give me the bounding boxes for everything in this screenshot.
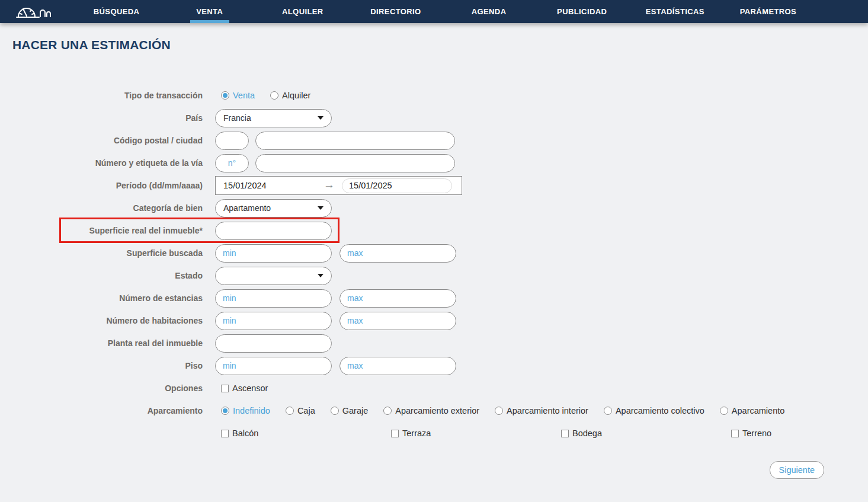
transaction-type-label: Tipo de transacción xyxy=(0,91,203,100)
period-range-box: → xyxy=(215,176,462,195)
bedrooms-max-input[interactable] xyxy=(339,312,456,330)
nav-label: DIRECTORIO xyxy=(370,7,421,16)
country-select[interactable]: Francia xyxy=(215,109,332,127)
nav-label: ALQUILER xyxy=(282,7,324,16)
row-country: País Francia xyxy=(0,108,868,127)
row-rooms: Número de estancias xyxy=(0,289,868,308)
checkbox-terreno[interactable]: Terreno xyxy=(731,429,868,438)
row-real-floor: Planta real del inmueble xyxy=(0,334,868,353)
period-from-input[interactable] xyxy=(216,177,315,194)
estimation-form: Tipo de transacción Venta Alquiler País … xyxy=(0,86,868,479)
checkbox-balcon[interactable]: Balcón xyxy=(221,429,376,438)
radio-unselected-icon xyxy=(495,407,503,415)
radio-label: Aparcamiento interior xyxy=(507,406,588,415)
caret-down-icon xyxy=(318,206,324,210)
radio-parking-colectivo[interactable]: Aparcamiento colectivo xyxy=(604,406,704,415)
nav-item-alquiler[interactable]: ALQUILER xyxy=(256,0,349,23)
floor-min-input[interactable] xyxy=(215,357,332,375)
period-to-input[interactable] xyxy=(342,178,452,193)
floor-max-input[interactable] xyxy=(339,357,456,375)
radio-parking-interior[interactable]: Aparcamiento interior xyxy=(495,406,588,415)
radio-label: Indefinido xyxy=(233,406,270,415)
radio-parking-garaje[interactable]: Garaje xyxy=(331,406,369,415)
app-logo[interactable] xyxy=(0,0,70,23)
nav-items: BÚSQUEDA VENTA ALQUILER DIRECTORIO AGEND… xyxy=(70,0,868,23)
checkbox-terraza[interactable]: Terraza xyxy=(391,429,546,438)
searched-surface-min-input[interactable] xyxy=(215,244,332,263)
checkbox-unchecked-icon xyxy=(561,430,569,437)
radio-parking-exterior[interactable]: Aparcamiento exterior xyxy=(383,406,479,415)
street-name-input[interactable] xyxy=(255,154,455,172)
postal-city-label: Código postal / ciudad xyxy=(0,136,203,145)
radio-parking-aparcamiento[interactable]: Aparcamiento xyxy=(720,406,784,415)
period-label: Período (dd/mm/aaaa) xyxy=(0,181,203,190)
radio-alquiler[interactable]: Alquiler xyxy=(270,91,310,100)
nav-item-agenda[interactable]: AGENDA xyxy=(443,0,536,23)
category-select-value: Apartamento xyxy=(223,203,271,213)
real-surface-input[interactable] xyxy=(215,222,332,240)
country-label: País xyxy=(0,113,203,123)
searched-surface-max-input[interactable] xyxy=(339,244,456,263)
nav-label: BÚSQUEDA xyxy=(94,7,140,16)
category-select[interactable]: Apartamento xyxy=(215,199,332,218)
radio-parking-indefinido[interactable]: Indefinido xyxy=(221,406,270,415)
radio-parking-caja[interactable]: Caja xyxy=(286,406,315,415)
radio-selected-icon xyxy=(221,407,229,415)
options-label: Opciones xyxy=(0,383,203,393)
bedrooms-label: Número de habitaciones xyxy=(0,316,203,325)
nav-item-estadisticas[interactable]: ESTADÍSTICAS xyxy=(629,0,722,23)
postal-code-input[interactable] xyxy=(215,132,249,150)
checkbox-ascensor[interactable]: Ascensor xyxy=(221,383,268,393)
row-category: Categoría de bien Apartamento xyxy=(0,199,868,218)
row-real-surface: Superficie real del inmueble* xyxy=(0,221,868,240)
real-floor-input[interactable] xyxy=(215,334,332,353)
checkbox-bodega[interactable]: Bodega xyxy=(561,429,716,438)
state-select[interactable] xyxy=(215,267,332,285)
radio-label: Aparcamiento exterior xyxy=(395,406,479,415)
row-transaction-type: Tipo de transacción Venta Alquiler xyxy=(0,86,868,105)
rooms-min-input[interactable] xyxy=(215,289,332,308)
nav-item-venta[interactable]: VENTA xyxy=(163,0,256,23)
arrow-right-icon: → xyxy=(324,178,335,191)
nav-item-busqueda[interactable]: BÚSQUEDA xyxy=(70,0,163,23)
radio-unselected-icon xyxy=(331,407,339,415)
bedrooms-min-input[interactable] xyxy=(215,312,332,330)
row-period: Período (dd/mm/aaaa) → xyxy=(0,176,868,195)
rooms-max-input[interactable] xyxy=(339,289,456,308)
checkbox-label: Balcón xyxy=(232,429,258,438)
street-label: Número y etiqueta de la vía xyxy=(0,158,203,168)
row-options: Opciones Ascensor xyxy=(0,379,868,398)
checkbox-label: Bodega xyxy=(572,429,602,438)
row-searched-surface: Superficie buscada xyxy=(0,244,868,263)
radio-label: Venta xyxy=(233,91,255,100)
nav-label: AGENDA xyxy=(472,7,507,16)
nav-item-parametros[interactable]: PARÁMETROS xyxy=(722,0,815,23)
searched-surface-label: Superficie buscada xyxy=(0,248,203,258)
checkbox-label: Terraza xyxy=(402,429,431,438)
next-button[interactable]: Siguiente xyxy=(770,461,824,479)
nav-item-publicidad[interactable]: PUBLICIDAD xyxy=(536,0,629,23)
checkbox-unchecked-icon xyxy=(221,430,229,437)
radio-label: Caja xyxy=(297,406,315,415)
nav-label: PARÁMETROS xyxy=(740,7,796,16)
category-label: Categoría de bien xyxy=(0,203,203,213)
radio-venta[interactable]: Venta xyxy=(221,91,255,100)
street-number-input[interactable] xyxy=(215,154,249,172)
top-navbar: BÚSQUEDA VENTA ALQUILER DIRECTORIO AGEND… xyxy=(0,0,868,23)
country-select-value: Francia xyxy=(223,113,251,123)
gauge-logo-icon xyxy=(15,4,52,20)
radio-label: Aparcamiento xyxy=(732,406,784,415)
radio-label: Aparcamiento colectivo xyxy=(616,406,704,415)
city-input[interactable] xyxy=(255,132,455,150)
radio-unselected-icon xyxy=(286,407,294,415)
rooms-label: Número de estancias xyxy=(0,293,203,303)
nav-item-directorio[interactable]: DIRECTORIO xyxy=(349,0,442,23)
nav-label: VENTA xyxy=(196,7,223,16)
floor-label: Piso xyxy=(0,361,203,370)
real-floor-label: Planta real del inmueble xyxy=(0,338,203,348)
checkbox-unchecked-icon xyxy=(731,430,739,437)
row-bedrooms: Número de habitaciones xyxy=(0,311,868,330)
caret-down-icon xyxy=(318,116,324,120)
nav-label: ESTADÍSTICAS xyxy=(646,7,704,16)
radio-unselected-icon xyxy=(383,407,392,415)
